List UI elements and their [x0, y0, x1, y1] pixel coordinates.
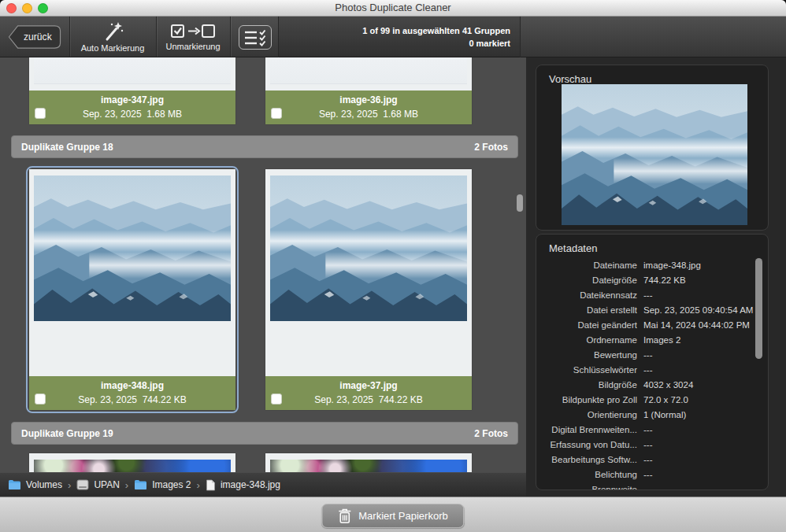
breadcrumb-images2[interactable]: Images 2	[134, 479, 191, 490]
magic-wand-icon	[101, 21, 124, 42]
photo-date: Sep. 23, 2025	[319, 109, 378, 120]
unmark-button[interactable]: Unmarkierung	[157, 17, 229, 57]
zoom-icon[interactable]	[38, 3, 48, 13]
window-title: Photos Duplicate Cleaner	[0, 0, 786, 16]
metadata-row: Erfassung von Datu...---	[544, 438, 752, 453]
move-to-trash-button[interactable]: Markiert Papierkorb	[321, 504, 464, 528]
selected-photo-card[interactable]: image-348.jpg Sep. 23, 2025 744.22 KB	[26, 166, 239, 413]
breadcrumb-label: Volumes	[26, 479, 62, 490]
meta-value: ---	[643, 363, 653, 378]
mark-checkbox[interactable]	[271, 108, 282, 119]
metadata-row: Dateigröße744.22 KB	[544, 273, 752, 288]
photo-card[interactable]: image-36.jpg Sep. 23, 2025 1.68 MB	[265, 57, 472, 124]
metadata-row: Dateikennsatz---	[544, 288, 752, 303]
meta-label: Bildpunkte pro Zoll	[544, 393, 637, 408]
folder-icon	[134, 479, 147, 490]
meta-value: Sep. 23, 2025 09:40:54 AM	[643, 303, 753, 318]
metadata-row: OrdnernameImages 2	[544, 333, 752, 348]
photo-size: 744.22 KB	[143, 394, 187, 405]
meta-label: Digital Brennweiten...	[544, 423, 637, 438]
status-line1: 1 of 99 in ausgewählten 41 Gruppen	[362, 26, 510, 35]
photo-card[interactable]: image-348.jpg Sep. 23, 2025 744.22 KB	[29, 169, 235, 410]
meta-label: Erfassung von Datu...	[544, 438, 637, 453]
photo-card[interactable]: image-37.jpg Sep. 23, 2025 744.22 KB	[265, 169, 472, 410]
metadata-row: Bildgröße4032 x 3024	[544, 378, 752, 393]
breadcrumb-upan[interactable]: UPAN	[76, 479, 119, 490]
meta-value: 4032 x 3024	[643, 378, 693, 393]
photo-date: Sep. 23, 2025	[78, 394, 137, 405]
breadcrumb-volumes[interactable]: Volumes	[8, 479, 62, 490]
meta-label: Brennweite	[544, 482, 637, 490]
meta-label: Dateikennsatz	[544, 288, 637, 303]
toolbar-divider	[230, 17, 231, 57]
checklist-icon	[243, 29, 267, 46]
traffic-lights	[6, 3, 48, 13]
group-header-18: Duplikate Gruppe 18 2 Fotos	[11, 135, 518, 158]
minimize-icon[interactable]	[22, 3, 32, 13]
breadcrumb-label: UPAN	[94, 479, 119, 490]
photo-thumbnail	[34, 57, 231, 84]
duplicate-list: image-347.jpg Sep. 23, 2025 1.68 MB imag…	[0, 57, 526, 472]
meta-label: Schlüsselwörter	[544, 363, 637, 378]
meta-label: Orientierung	[544, 408, 637, 423]
meta-value: ---	[643, 423, 653, 438]
group-header-19: Duplikate Gruppe 19 2 Fotos	[11, 422, 518, 445]
breadcrumb-label: image-348.jpg	[221, 479, 280, 490]
metadata-scrollbar[interactable]	[755, 258, 762, 359]
meta-value: 744.22 KB	[643, 273, 686, 288]
metadata-panel: Metadaten Dateinameimage-348.jpg Dateigr…	[536, 234, 769, 490]
photo-thumbnail	[270, 57, 467, 84]
close-icon[interactable]	[6, 3, 17, 13]
photo-date: Sep. 23, 2025	[314, 394, 373, 405]
photo-thumbnail	[270, 460, 467, 472]
preview-image	[562, 84, 747, 225]
list-scrollbar[interactable]	[517, 194, 523, 212]
back-button[interactable]: zurück	[8, 24, 61, 50]
meta-label: Bearbeitungs Softw...	[544, 453, 637, 467]
inspector-sidebar: Vorschau Metadaten Dateinameimage-348.jp…	[526, 57, 786, 497]
auto-mark-label: Auto Markierung	[70, 43, 155, 53]
meta-value: ---	[643, 482, 653, 490]
breadcrumb-separator: ›	[125, 479, 128, 491]
photo-label-bar: image-347.jpg Sep. 23, 2025 1.68 MB	[29, 91, 235, 124]
group-count: 2 Fotos	[474, 142, 508, 153]
mark-checkbox[interactable]	[35, 393, 46, 405]
meta-value: 72.0 x 72.0	[643, 393, 688, 408]
photo-card[interactable]: image-347.jpg Sep. 23, 2025 1.68 MB	[29, 57, 235, 124]
metadata-row: Bildpunkte pro Zoll72.0 x 72.0	[544, 393, 752, 408]
metadata-rows: Dateinameimage-348.jpg Dateigröße744.22 …	[544, 258, 752, 490]
metadata-row: Belichtung---	[544, 467, 752, 482]
title-bar: Photos Duplicate Cleaner	[0, 0, 786, 17]
preview-title: Vorschau	[536, 65, 768, 85]
breadcrumb-separator: ›	[68, 479, 71, 491]
photo-thumbnail	[34, 460, 231, 472]
mark-checkbox[interactable]	[271, 393, 282, 405]
mark-list-button[interactable]	[239, 25, 272, 50]
mark-checkbox[interactable]	[35, 108, 46, 119]
breadcrumb-file[interactable]: image-348.jpg	[206, 479, 280, 491]
photo-card[interactable]	[265, 453, 472, 472]
action-bar: Markiert Papierkorb	[0, 497, 786, 532]
preview-panel: Vorschau	[536, 65, 769, 231]
meta-value: ---	[643, 453, 653, 467]
photo-filename: image-347.jpg	[29, 94, 235, 105]
path-bar: Volumes › UPAN › Images 2 › image-348.jp…	[0, 472, 526, 497]
folder-icon	[8, 479, 21, 490]
drive-icon	[76, 479, 89, 490]
auto-mark-button[interactable]: Auto Markierung	[70, 17, 155, 57]
metadata-row: Brennweite---	[544, 482, 752, 490]
unmark-label: Unmarkierung	[157, 42, 229, 51]
photo-label-bar: image-36.jpg Sep. 23, 2025 1.68 MB	[265, 91, 472, 124]
metadata-row: Schlüsselwörter---	[544, 363, 752, 378]
trash-icon	[338, 508, 351, 523]
meta-label: Datei erstellt	[544, 303, 637, 318]
photo-card[interactable]	[29, 453, 235, 472]
group-title: Duplikate Gruppe 19	[21, 428, 113, 439]
breadcrumb-separator: ›	[197, 479, 200, 491]
meta-value: Mai 14, 2024 04:44:02 PM	[643, 318, 750, 333]
metadata-row: Datei erstelltSep. 23, 2025 09:40:54 AM	[544, 303, 752, 318]
meta-label: Dateigröße	[544, 273, 637, 288]
photo-date: Sep. 23, 2025	[83, 109, 142, 120]
trash-button-label: Markiert Papierkorb	[358, 510, 447, 522]
meta-label: Bildgröße	[544, 378, 637, 393]
